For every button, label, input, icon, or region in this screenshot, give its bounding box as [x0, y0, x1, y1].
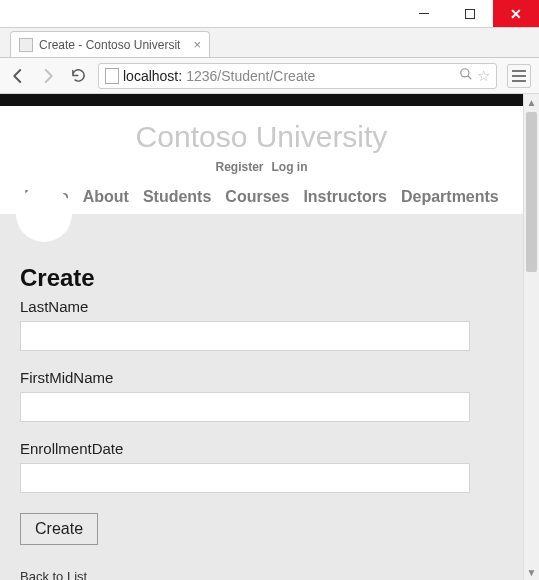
window-maximize-button[interactable] — [447, 0, 493, 27]
avatar-placeholder — [16, 186, 72, 242]
register-link[interactable]: Register — [215, 160, 263, 174]
site-header: Contoso University Register Log in Home … — [0, 106, 523, 214]
reload-button[interactable] — [68, 67, 88, 84]
forward-button[interactable] — [38, 67, 58, 85]
create-button[interactable]: Create — [20, 513, 98, 545]
page-favicon-icon — [19, 38, 33, 52]
nav-about[interactable]: About — [83, 188, 129, 206]
scroll-thumb[interactable] — [526, 112, 537, 272]
page-info-icon[interactable] — [105, 68, 119, 84]
login-link[interactable]: Log in — [272, 160, 308, 174]
top-black-bar — [0, 94, 523, 106]
window-titlebar: ✕ — [0, 0, 539, 28]
nav-students[interactable]: Students — [143, 188, 211, 206]
lastname-input[interactable] — [20, 321, 470, 351]
vertical-scrollbar[interactable]: ▲ ▼ — [523, 94, 539, 580]
browser-viewport: Contoso University Register Log in Home … — [0, 94, 539, 580]
svg-point-0 — [461, 69, 469, 77]
zoom-icon[interactable] — [459, 67, 473, 84]
nav-departments[interactable]: Departments — [401, 188, 499, 206]
firstmidname-input[interactable] — [20, 392, 470, 422]
back-button[interactable] — [8, 67, 28, 85]
window-minimize-button[interactable] — [401, 0, 447, 27]
tab-title: Create - Contoso Universit — [39, 38, 187, 52]
site-title: Contoso University — [10, 120, 513, 154]
browser-tab[interactable]: Create - Contoso Universit × — [10, 31, 210, 57]
tab-close-icon[interactable]: × — [193, 37, 201, 52]
browser-toolbar: localhost:1236/Student/Create ☆ — [0, 58, 539, 94]
lastname-label: LastName — [20, 298, 503, 315]
main-nav: Home About Students Courses Instructors … — [10, 188, 513, 206]
address-bar[interactable]: localhost:1236/Student/Create ☆ — [98, 63, 497, 89]
url-host: localhost: — [123, 68, 182, 84]
firstmidname-label: FirstMidName — [20, 369, 503, 386]
browser-menu-button[interactable] — [507, 64, 531, 88]
arrow-left-icon — [9, 67, 27, 85]
svg-line-1 — [468, 76, 472, 80]
scroll-down-icon[interactable]: ▼ — [524, 564, 539, 580]
url-path: 1236/Student/Create — [186, 68, 315, 84]
nav-courses[interactable]: Courses — [225, 188, 289, 206]
scroll-up-icon[interactable]: ▲ — [524, 94, 539, 110]
back-to-list-link[interactable]: Back to List — [20, 569, 87, 580]
create-form: Create LastName FirstMidName EnrollmentD… — [0, 214, 523, 580]
auth-links: Register Log in — [10, 160, 513, 174]
reload-icon — [70, 67, 87, 84]
hamburger-icon — [512, 70, 526, 72]
page-heading: Create — [20, 264, 503, 292]
browser-tabstrip: Create - Contoso Universit × — [0, 28, 539, 58]
window-close-button[interactable]: ✕ — [493, 0, 539, 27]
enrollmentdate-label: EnrollmentDate — [20, 440, 503, 457]
arrow-right-icon — [39, 67, 57, 85]
bookmark-star-icon[interactable]: ☆ — [477, 67, 490, 85]
page-content: Contoso University Register Log in Home … — [0, 94, 523, 580]
enrollmentdate-input[interactable] — [20, 463, 470, 493]
nav-instructors[interactable]: Instructors — [303, 188, 387, 206]
